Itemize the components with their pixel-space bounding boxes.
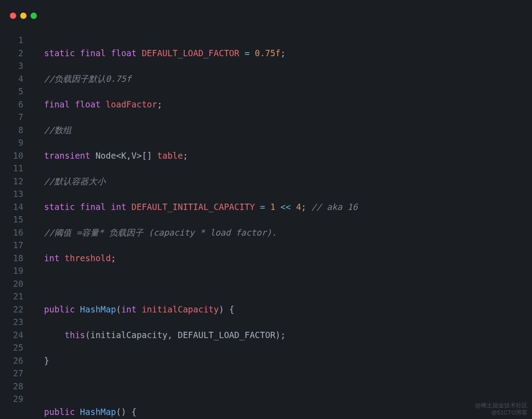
punct: ): [275, 330, 280, 340]
line-number: 13: [0, 187, 23, 201]
keyword: public: [44, 407, 75, 417]
punct: >: [137, 151, 142, 160]
punct: ;: [301, 202, 306, 212]
code-line: int threshold;: [44, 252, 379, 265]
parameter: initialCapacity: [142, 304, 219, 314]
keyword: final: [44, 99, 70, 109]
code-line: final float loadFactor;: [44, 98, 379, 111]
line-number: 24: [0, 329, 23, 342]
code-line: static final float DEFAULT_LOAD_FACTOR =…: [44, 47, 379, 60]
punct: ;: [157, 99, 162, 109]
type: Node: [95, 151, 116, 160]
identifier: initialCapacity: [90, 330, 168, 340]
code-line: }: [44, 354, 379, 367]
close-icon[interactable]: [10, 13, 16, 19]
punct: ,: [168, 330, 173, 340]
punct: (): [116, 407, 126, 417]
punct: ;: [280, 48, 285, 58]
punct: ;: [111, 253, 116, 263]
line-number: 5: [0, 85, 23, 98]
line-number: 3: [0, 59, 23, 72]
line-number: 27: [0, 367, 23, 380]
line-number: 2: [0, 47, 23, 60]
line-number: 8: [0, 124, 23, 137]
code-line: public HashMap(int initialCapacity) {: [44, 303, 379, 316]
line-number: 26: [0, 354, 23, 367]
type-param: K: [121, 151, 126, 160]
punct: (: [85, 330, 90, 340]
line-number: 16: [0, 226, 23, 239]
type: int: [44, 253, 59, 263]
keyword: static: [44, 202, 75, 212]
watermark-line: @51CTO博客: [475, 409, 528, 416]
line-number: 7: [0, 111, 23, 124]
comment: //数组: [44, 125, 71, 135]
line-number: 17: [0, 239, 23, 252]
code-line: [44, 380, 379, 393]
function-name: HashMap: [80, 407, 116, 417]
code-line: transient Node<K,V>[] table;: [44, 149, 379, 162]
comment: //阈值 =容量* 负载因子 (capacity * load factor).: [44, 227, 277, 237]
comment: //默认容器大小: [44, 176, 106, 186]
line-number: 10: [0, 149, 23, 162]
type: float: [75, 99, 101, 109]
punct: ;: [183, 151, 188, 160]
punct: (: [116, 304, 121, 314]
line-number: 1: [0, 34, 23, 47]
code-line: //负载因子默认0.75f: [44, 72, 379, 85]
code-line: //默认容器大小: [44, 175, 379, 188]
watermark-line: @稀土掘金技术社区: [475, 402, 528, 409]
line-number: 11: [0, 162, 23, 175]
number: 1: [270, 202, 275, 212]
window-titlebar: [0, 0, 532, 22]
code-line: static final int DEFAULT_INITIAL_CAPACIT…: [44, 201, 379, 214]
operator: <<: [280, 202, 291, 212]
operator: =: [244, 48, 249, 58]
type: int: [121, 304, 137, 314]
code-content: static final float DEFAULT_LOAD_FACTOR =…: [28, 34, 379, 419]
identifier: DEFAULT_LOAD_FACTOR: [142, 48, 239, 58]
maximize-icon[interactable]: [31, 13, 37, 19]
identifier: threshold: [65, 253, 111, 263]
number: 4: [296, 202, 301, 212]
line-number: 6: [0, 98, 23, 111]
punct: []: [142, 151, 152, 160]
identifier: DEFAULT_INITIAL_CAPACITY: [132, 202, 255, 212]
code-window: 1234567891011121314151617181920212223242…: [0, 0, 532, 419]
type: float: [111, 48, 137, 58]
line-number: 19: [0, 264, 23, 277]
comment: // aka 16: [311, 202, 358, 212]
line-number: 15: [0, 213, 23, 226]
function-name: HashMap: [80, 304, 116, 314]
code-line: public HashMap() {: [44, 406, 379, 419]
punct: {: [132, 407, 137, 417]
line-number: 29: [0, 392, 23, 406]
line-number: 28: [0, 380, 23, 393]
comment: //负载因子默认0.75f: [44, 74, 131, 84]
code-line: //阈值 =容量* 负载因子 (capacity * load factor).: [44, 226, 379, 239]
line-number: 12: [0, 175, 23, 188]
keyword: public: [44, 304, 75, 314]
identifier: table: [157, 151, 183, 160]
type-param: V: [132, 151, 137, 160]
keyword: transient: [44, 151, 90, 160]
line-number: 18: [0, 252, 23, 265]
line-number: 14: [0, 201, 23, 214]
line-number: 23: [0, 316, 23, 329]
watermark: @稀土掘金技术社区 @51CTO博客: [475, 402, 528, 416]
punct: ,: [126, 151, 131, 160]
punct: <: [116, 151, 121, 160]
keyword: final: [80, 202, 106, 212]
keyword: this: [65, 330, 85, 340]
code-line: this(initialCapacity, DEFAULT_LOAD_FACTO…: [44, 329, 379, 342]
keyword: static: [44, 48, 75, 58]
identifier: loadFactor: [106, 99, 157, 109]
minimize-icon[interactable]: [20, 13, 27, 19]
code-line: //数组: [44, 124, 379, 137]
keyword: final: [80, 48, 106, 58]
line-number: 25: [0, 341, 23, 354]
number: 0.75f: [255, 48, 280, 58]
operator: =: [260, 202, 265, 212]
line-number: 4: [0, 72, 23, 85]
line-number: 21: [0, 290, 23, 303]
